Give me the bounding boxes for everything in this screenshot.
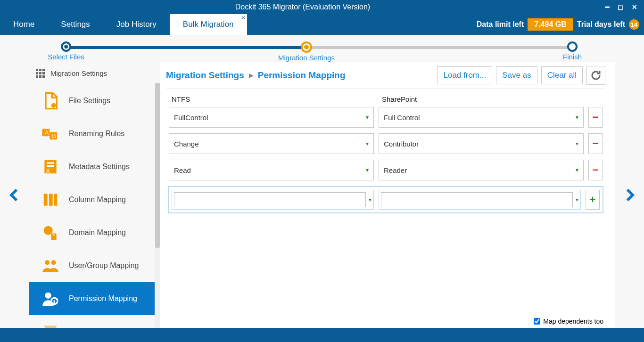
- svg-rect-7: [47, 165, 54, 167]
- mapping-row: Read▾ Reader▾ −: [166, 160, 605, 180]
- domain-icon: [41, 223, 60, 243]
- sidebar-item-permission-mapping[interactable]: Permission Mapping: [29, 282, 160, 315]
- svg-rect-6: [47, 163, 54, 164]
- ntfs-select[interactable]: Change▾: [169, 133, 374, 154]
- chevron-down-icon: ▾: [576, 167, 578, 173]
- svg-point-16: [51, 260, 56, 265]
- svg-point-17: [45, 293, 51, 299]
- save-as-button[interactable]: Save as: [496, 66, 537, 84]
- svg-point-0: [51, 103, 56, 108]
- trial-days-value: 14: [629, 19, 639, 30]
- sidebar-item-metadata-settings[interactable]: X Metadata Settings: [29, 150, 160, 183]
- maximize-icon[interactable]: ◻: [618, 3, 623, 11]
- svg-point-15: [45, 260, 50, 265]
- column-icon: [41, 190, 60, 210]
- chevron-down-icon: ▾: [369, 196, 372, 203]
- ntfs-select[interactable]: FullControl▾: [169, 107, 374, 128]
- sidebar-item-user-group-mapping[interactable]: User/Group Mapping: [29, 249, 160, 282]
- sidebar-item-domain-mapping[interactable]: Domain Mapping: [29, 216, 160, 249]
- step-migration-settings[interactable]: Migration Settings: [278, 41, 335, 62]
- data-limit-label: Data limit left: [477, 20, 524, 29]
- previous-button[interactable]: [0, 62, 29, 328]
- chevron-down-icon: ▾: [366, 140, 369, 147]
- tab-bulk-migration[interactable]: Bulk Migration ✕: [170, 14, 247, 35]
- svg-rect-11: [54, 194, 57, 205]
- svg-text:A: A: [45, 130, 49, 136]
- remove-row-button[interactable]: −: [588, 160, 603, 180]
- sharepoint-text-input[interactable]: [381, 192, 573, 207]
- next-button[interactable]: [615, 62, 644, 328]
- remove-row-button[interactable]: −: [588, 107, 603, 128]
- apps-icon: [36, 69, 45, 78]
- trial-days-label: Trial days left: [577, 20, 625, 29]
- clear-all-button[interactable]: Clear all: [541, 66, 583, 84]
- breadcrumb: Migration Settings ▶ Permission Mapping: [166, 70, 346, 81]
- sidebar-item-file-settings[interactable]: File Settings: [29, 84, 160, 117]
- file-icon: [41, 91, 60, 111]
- sharepoint-select[interactable]: Contributor▾: [379, 133, 584, 154]
- add-row-button[interactable]: +: [586, 190, 600, 210]
- users-icon: [41, 256, 60, 276]
- tab-job-history[interactable]: Job History: [103, 14, 170, 35]
- metadata-icon: X: [41, 157, 60, 177]
- tab-settings[interactable]: Settings: [48, 14, 103, 35]
- tab-close-icon[interactable]: ✕: [241, 15, 245, 20]
- filter-icon: [41, 322, 60, 328]
- sidebar-scrollbar[interactable]: [155, 83, 160, 328]
- column-header-sharepoint: SharePoint: [382, 95, 587, 103]
- chevron-down-icon: ▾: [576, 140, 578, 147]
- svg-text:B: B: [52, 133, 56, 139]
- svg-rect-19: [54, 300, 55, 303]
- mapping-row: Change▾ Contributor▾ −: [166, 133, 605, 154]
- sharepoint-select[interactable]: Full Control▾: [379, 107, 584, 128]
- ntfs-text-input[interactable]: [174, 192, 366, 207]
- chevron-down-icon: ▾: [366, 167, 369, 173]
- mapping-row: FullControl▾ Full Control▾ −: [166, 107, 605, 128]
- chevron-down-icon: ▾: [576, 114, 578, 121]
- chevron-right-icon: ▶: [249, 72, 253, 79]
- sharepoint-input[interactable]: ▾: [379, 190, 581, 210]
- load-from-button[interactable]: Load from...: [437, 66, 492, 84]
- chevron-down-icon: ▾: [576, 196, 578, 203]
- map-dependents-label: Map dependents too: [543, 318, 603, 325]
- data-limit-value: 7.494 GB: [528, 18, 573, 31]
- remove-row-button[interactable]: −: [588, 133, 603, 154]
- sidebar-header: Migration Settings: [50, 69, 107, 77]
- ntfs-select[interactable]: Read▾: [169, 160, 374, 180]
- svg-rect-9: [44, 194, 48, 205]
- sidebar-item-column-mapping[interactable]: Column Mapping: [29, 183, 160, 216]
- step-select-files[interactable]: Select Files: [48, 41, 84, 61]
- sidebar-item-filter-condition[interactable]: Filter Condition: [29, 315, 160, 328]
- sharepoint-select[interactable]: Reader▾: [379, 160, 584, 180]
- new-mapping-row: ▾ ▾ +: [168, 186, 603, 213]
- svg-rect-10: [49, 194, 53, 205]
- step-finish[interactable]: Finish: [563, 41, 582, 61]
- permission-icon: [41, 289, 60, 309]
- map-dependents-checkbox[interactable]: [534, 318, 540, 325]
- minimize-icon[interactable]: ━: [605, 3, 609, 11]
- chevron-down-icon: ▾: [366, 114, 369, 121]
- svg-text:X: X: [46, 168, 50, 174]
- close-icon[interactable]: ✕: [632, 3, 637, 11]
- tab-home[interactable]: Home: [0, 14, 48, 35]
- ntfs-input[interactable]: ▾: [172, 190, 374, 210]
- rename-icon: AB: [41, 124, 60, 144]
- refresh-button[interactable]: [586, 66, 605, 85]
- window-title: Dockit 365 Migrator (Evaluation Version): [0, 3, 605, 11]
- svg-point-14: [53, 234, 55, 236]
- svg-point-12: [44, 226, 53, 235]
- column-header-ntfs: NTFS: [172, 95, 377, 103]
- sidebar-item-renaming-rules[interactable]: AB Renaming Rules: [29, 117, 160, 150]
